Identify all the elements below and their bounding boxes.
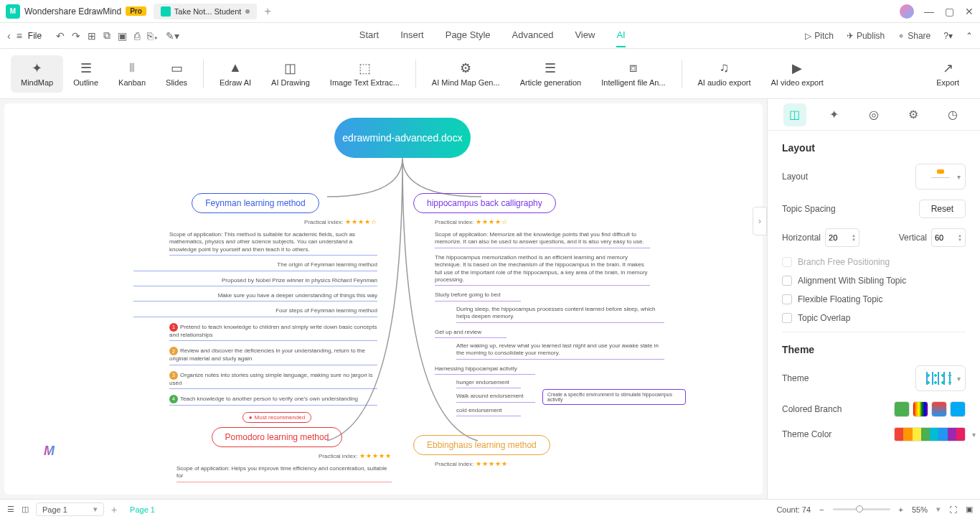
add-topic-icon[interactable]: ⊞ xyxy=(88,30,96,42)
node-ebbing[interactable]: Ebbinghaus learning method xyxy=(413,435,550,455)
node-pomodoro[interactable]: Pomodoro learning method xyxy=(212,427,343,447)
color-opt-rainbow[interactable] xyxy=(913,401,928,417)
ribbon-file-analysis[interactable]: ⧈Intelligent file An... xyxy=(591,55,675,93)
undo-icon[interactable]: ↶ xyxy=(56,30,65,42)
user-avatar[interactable] xyxy=(900,4,914,19)
file-menu[interactable]: File xyxy=(28,31,42,41)
chk-align-sibling[interactable] xyxy=(782,276,792,286)
page-select[interactable]: Page 1▾ xyxy=(36,502,104,516)
minimize-button[interactable]: — xyxy=(924,6,934,17)
node-pomodoro-scope[interactable]: Scope of application: Helps you improve … xyxy=(176,464,392,482)
ribbon-article[interactable]: ☰Article generation xyxy=(510,55,592,93)
horizontal-stepper[interactable]: ▲▼ xyxy=(825,228,859,247)
tab-ai[interactable]: AI xyxy=(616,24,625,47)
fit-window-icon[interactable]: ▣ xyxy=(966,505,973,514)
node-feynman-scope[interactable]: Scope of application: This method is sui… xyxy=(169,230,377,256)
add-subtopic-icon[interactable]: ⧉ xyxy=(103,29,110,42)
ribbon-ai-drawing[interactable]: ◫AI Drawing xyxy=(261,55,320,93)
color-opt-green[interactable] xyxy=(894,401,910,417)
ribbon-outline[interactable]: ☰Outline xyxy=(63,55,108,93)
page-tab-1[interactable]: Page 1 xyxy=(124,505,161,514)
node-feynman-s4[interactable]: 4Teach knowledge to another person to ve… xyxy=(169,393,377,406)
ribbon-ai-mindmap[interactable]: ⚙AI Mind Map Gen... xyxy=(422,55,510,93)
side-tab-history[interactable]: ◷ xyxy=(941,103,964,126)
close-button[interactable]: ✕ xyxy=(964,6,974,17)
outline-toggle-icon[interactable]: ☰ xyxy=(7,505,14,514)
publish-button[interactable]: ✈Publish xyxy=(847,31,885,41)
reset-button[interactable]: Reset xyxy=(919,200,966,218)
chk-overlap[interactable] xyxy=(782,313,792,323)
node-hippo-getup-d[interactable]: After waking up, review what you learned… xyxy=(456,341,664,360)
zoom-out-button[interactable]: − xyxy=(819,505,824,514)
share-button[interactable]: ⚬Share xyxy=(897,31,930,41)
help-icon[interactable]: ?▾ xyxy=(943,31,953,41)
ribbon-slides[interactable]: ▭Slides xyxy=(156,55,197,93)
tab-advanced[interactable]: Advanced xyxy=(512,24,554,47)
node-feynman-steps[interactable]: Four steps of Feynman learning method xyxy=(133,306,377,317)
sidebar-collapse-button[interactable]: › xyxy=(753,207,767,235)
zoom-slider[interactable] xyxy=(833,508,890,510)
tab-page-style[interactable]: Page Style xyxy=(446,24,491,47)
redo-icon[interactable]: ↷ xyxy=(72,30,80,42)
zoom-in-button[interactable]: + xyxy=(899,505,903,514)
side-tab-layout[interactable]: ◫ xyxy=(783,103,806,126)
node-feynman-s3[interactable]: 3Organize notes into stories using simpl… xyxy=(169,370,377,389)
tab-add-button[interactable]: + xyxy=(264,5,270,18)
layout-select[interactable]: ▾ xyxy=(915,164,966,190)
split-view-icon[interactable]: ◫ xyxy=(22,505,29,514)
node-feynman-s2[interactable]: 2Review and discover the deficiencies in… xyxy=(169,345,377,365)
print-icon[interactable]: ⎙ xyxy=(134,30,140,42)
chk-flexible[interactable] xyxy=(782,294,792,304)
ribbon-audio-export[interactable]: ♫AI audio export xyxy=(688,55,761,93)
node-hippo-study[interactable]: Study before going to bed xyxy=(435,290,521,301)
side-tab-settings[interactable]: ⚙ xyxy=(902,103,925,126)
node-hippo-h2[interactable]: Walk around endorsement xyxy=(456,391,535,402)
vertical-input[interactable] xyxy=(935,233,952,242)
node-hippo-note[interactable]: Create a specific environment to stimula… xyxy=(542,389,686,405)
document-tab[interactable]: Take Not... Student xyxy=(154,4,258,19)
node-hippo-desc[interactable]: The hippocampus memorization method is a… xyxy=(435,253,650,286)
side-tab-location[interactable]: ◎ xyxy=(862,103,885,126)
tab-start[interactable]: Start xyxy=(359,24,379,47)
node-hippo-scope[interactable]: Scope of application: Memorize all the k… xyxy=(435,230,650,248)
ribbon-image-text[interactable]: ⬚Image Text Extrac... xyxy=(320,55,410,93)
add-page-button[interactable]: + xyxy=(111,504,117,515)
theme-select[interactable]: ▾ xyxy=(915,365,966,391)
node-hippo-h1[interactable]: hunger endorsement xyxy=(456,378,521,388)
pitch-button[interactable]: ▷Pitch xyxy=(805,31,834,41)
node-feynman[interactable]: Feynman learning method xyxy=(192,193,319,213)
tab-doc-icon xyxy=(161,6,171,17)
vertical-stepper[interactable]: ▲▼ xyxy=(931,228,966,247)
horizontal-input[interactable] xyxy=(829,233,846,242)
node-hippo-harness[interactable]: Harnessing hippocampal activity xyxy=(435,364,535,375)
node-feynman-makesure[interactable]: Make sure you have a deeper understandin… xyxy=(133,291,377,301)
tab-view[interactable]: View xyxy=(575,24,595,47)
color-opt-mix[interactable] xyxy=(931,401,947,417)
root-node[interactable]: edrawmind-advanced.docx xyxy=(334,118,471,158)
ribbon-export[interactable]: ↗Export xyxy=(926,55,969,93)
ribbon-edraw-ai[interactable]: ▲Edraw AI xyxy=(209,55,261,93)
ribbon-kanban[interactable]: ⫴Kanban xyxy=(108,55,156,93)
nav-back-icon[interactable]: ‹ xyxy=(7,30,11,42)
node-feynman-s1[interactable]: 1Pretend to teach knowledge to children … xyxy=(169,322,377,341)
export-dropdown-icon[interactable]: ⎘▾ xyxy=(147,30,159,42)
nav-menu-icon[interactable]: ≡ xyxy=(17,30,22,42)
theme-color-select[interactable] xyxy=(894,427,966,441)
maximize-button[interactable]: ▢ xyxy=(944,6,954,17)
node-feynman-proposed[interactable]: Proposed by Nobel Prize winner in physic… xyxy=(133,276,377,286)
node-feynman-origin[interactable]: The origin of Feynman learning method xyxy=(133,260,377,271)
mindmap-canvas[interactable]: edrawmind-advanced.docx Feynman learning… xyxy=(4,103,763,495)
node-hippo[interactable]: hippocampus back calligraphy xyxy=(413,193,556,213)
node-hippo-study-d[interactable]: During sleep, the hippocampus processes … xyxy=(456,304,664,323)
node-hippo-h3[interactable]: cold endorsement xyxy=(456,406,521,416)
node-hippo-getup[interactable]: Get up and review xyxy=(435,327,507,338)
save-icon[interactable]: ▣ xyxy=(118,30,127,42)
side-tab-style[interactable]: ✦ xyxy=(823,103,846,126)
ribbon-video-export[interactable]: ▶AI video export xyxy=(761,55,834,93)
fullscreen-icon[interactable]: ⛶ xyxy=(949,505,957,514)
color-opt-blue[interactable] xyxy=(950,401,966,417)
edit-icon[interactable]: ✎▾ xyxy=(166,30,179,42)
collapse-ribbon-icon[interactable]: ⌃ xyxy=(966,31,973,41)
ribbon-mindmap[interactable]: ✦MindMap xyxy=(11,55,63,93)
tab-insert[interactable]: Insert xyxy=(400,24,424,47)
